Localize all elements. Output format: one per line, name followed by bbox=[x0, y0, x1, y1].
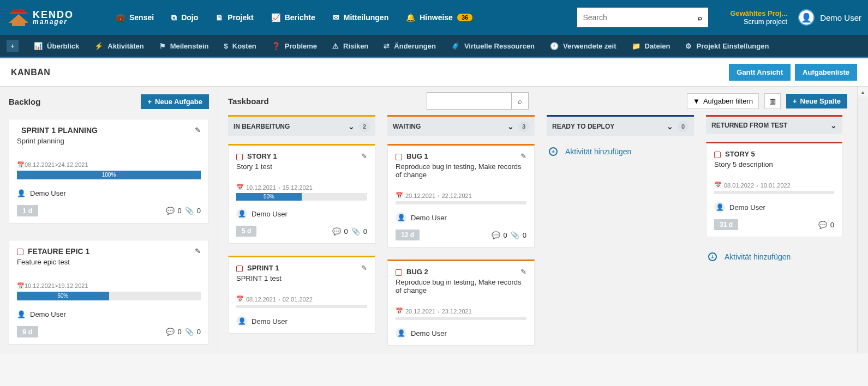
top-bar: KENDO manager 💼Sensei ⧉Dojo 🗎Projekt 📈Be… bbox=[0, 0, 868, 35]
calendar-icon: 📅 bbox=[236, 184, 244, 191]
subnav-zeit[interactable]: 🕘Verwendete zeit bbox=[550, 42, 616, 50]
assignee: 👤Demo User bbox=[236, 316, 367, 327]
attach-icon[interactable]: 📎 bbox=[185, 328, 194, 336]
comment-icon[interactable]: 💬 bbox=[492, 231, 500, 239]
edit-icon[interactable]: ✎ bbox=[361, 264, 367, 272]
nav-sensei[interactable]: 💼Sensei bbox=[116, 13, 154, 22]
status-checkbox-icon bbox=[714, 152, 721, 158]
column-header[interactable]: WAITING ⌄ 3 bbox=[387, 115, 535, 136]
task-card[interactable]: BUG 1✎ Reproduce bug in testing, Make re… bbox=[387, 144, 535, 248]
column-waiting: WAITING ⌄ 3 BUG 1✎ Reproduce bug in test… bbox=[387, 115, 535, 346]
subnav-anderungen[interactable]: ⇄Änderungen bbox=[384, 42, 436, 50]
subnav-aktivitaten[interactable]: ⚡Aktivitäten bbox=[94, 42, 143, 50]
search-input[interactable] bbox=[577, 13, 692, 22]
subnav-einstellungen[interactable]: ⚙Projekt Einstellungen bbox=[685, 42, 769, 50]
nav-hinweise[interactable]: 🔔Hinweise36 bbox=[406, 13, 472, 22]
column-header[interactable]: IN BEARBEITUNG ⌄ 2 bbox=[228, 115, 375, 136]
global-search[interactable]: ⌕ bbox=[577, 8, 708, 27]
comment-icon[interactable]: 💬 bbox=[166, 328, 175, 336]
edit-icon[interactable]: ✎ bbox=[520, 152, 526, 160]
task-card[interactable]: STORY 5 Story 5 description 📅08.01.2022 … bbox=[706, 142, 842, 237]
status-checkbox-icon bbox=[396, 269, 402, 276]
dollar-icon: $ bbox=[224, 42, 228, 50]
progress-bar: 50% bbox=[17, 292, 201, 300]
comment-icon[interactable]: 💬 bbox=[818, 221, 827, 229]
question-icon: ❓ bbox=[272, 42, 280, 50]
comment-icon[interactable]: 💬 bbox=[332, 227, 341, 236]
plus-circle-icon: + bbox=[708, 252, 717, 261]
progress-bar: 100% bbox=[17, 171, 201, 179]
status-checkbox-icon bbox=[236, 266, 243, 272]
assignee: 👤Demo User bbox=[396, 328, 526, 339]
nav-mitteilungen[interactable]: ✉Mitteilungen bbox=[333, 13, 388, 22]
subnav-risiken[interactable]: ⚠Risiken bbox=[332, 42, 368, 50]
card-title: SPRINT 1 bbox=[247, 264, 357, 272]
page-title: KANBAN bbox=[11, 68, 50, 77]
file-icon: 🗎 bbox=[215, 13, 223, 22]
briefcase-icon: 💼 bbox=[116, 13, 125, 22]
columns-icon-button[interactable]: ▥ bbox=[764, 93, 781, 109]
hinweise-badge: 36 bbox=[457, 14, 472, 21]
task-card[interactable]: SPRINT 1✎ SPRINT 1 test 📅08.12.2021 › 02… bbox=[228, 256, 375, 334]
edit-icon[interactable]: ✎ bbox=[361, 152, 367, 160]
chevron-down-icon[interactable]: ⌄ bbox=[507, 122, 514, 131]
nav-dojo[interactable]: ⧉Dojo bbox=[171, 13, 198, 22]
calendar-icon: 📅 bbox=[714, 182, 722, 189]
project-selector[interactable]: Gewähltes Proj... Scrum project bbox=[730, 9, 787, 26]
column-header[interactable]: READY TO DEPLOY ⌄ 0 bbox=[547, 115, 694, 136]
subnav-uberblick[interactable]: 📊Überblick bbox=[34, 42, 79, 50]
search-icon[interactable]: ⌕ bbox=[692, 14, 708, 22]
edit-icon[interactable]: ✎ bbox=[195, 126, 201, 135]
filter-tasks-button[interactable]: ▼Aufgaben filtern bbox=[687, 93, 759, 109]
chevron-down-icon[interactable]: ⌄ bbox=[667, 122, 673, 131]
days-badge: 12 d bbox=[396, 230, 420, 240]
plus-circle-icon: + bbox=[549, 147, 558, 156]
add-activity-link[interactable]: +Aktivität hinzufügen bbox=[706, 249, 842, 264]
scroll-up-icon[interactable]: ▴ bbox=[858, 87, 868, 96]
scrollbar[interactable]: ▴ bbox=[857, 87, 868, 353]
new-column-button[interactable]: +Neue Spalte bbox=[786, 94, 847, 108]
days-badge: 1 d bbox=[17, 205, 38, 216]
sub-nav: + 📊Überblick ⚡Aktivitäten ⚑Meilenstein $… bbox=[0, 35, 868, 57]
chart-icon: 📈 bbox=[271, 13, 280, 22]
add-activity-link[interactable]: +Aktivität hinzufügen bbox=[547, 144, 694, 159]
assignee: 👤Demo User bbox=[396, 212, 526, 223]
backlog-card[interactable]: FETAURE EPIC 1 ✎ Feature epic test 📅10.1… bbox=[9, 240, 209, 345]
edit-icon[interactable]: ✎ bbox=[520, 268, 526, 276]
subnav-add-button[interactable]: + bbox=[7, 40, 19, 52]
card-desc: Reproduce bug in testing, Make records o… bbox=[396, 278, 526, 294]
calendar-icon: 📅 bbox=[17, 282, 25, 289]
backlog-column: Backlog +Neue Aufgabe SPRINT 1 PLANNING … bbox=[0, 87, 218, 353]
subnav-dateien[interactable]: 📁Dateien bbox=[632, 42, 671, 50]
task-card[interactable]: STORY 1✎ Story 1 test 📅10.12.2021 › 15.1… bbox=[228, 144, 375, 244]
logo[interactable]: KENDO manager bbox=[7, 7, 105, 28]
avatar: 👤 bbox=[798, 9, 815, 26]
task-list-button[interactable]: Aufgabenliste bbox=[795, 64, 857, 81]
column-count: 0 bbox=[678, 121, 689, 132]
backlog-card[interactable]: SPRINT 1 PLANNING ✎ Sprint planning 📅08.… bbox=[9, 119, 209, 224]
calendar-icon: 📅 bbox=[17, 161, 25, 168]
attach-icon[interactable]: 📎 bbox=[511, 231, 519, 239]
subnav-ressourcen[interactable]: 🧳Virtuelle Ressourcen bbox=[451, 42, 535, 50]
taskboard-search[interactable]: ⌕ bbox=[427, 92, 529, 110]
attach-icon[interactable]: 📎 bbox=[351, 227, 360, 236]
comment-icon[interactable]: 💬 bbox=[166, 207, 175, 215]
subnav-kosten[interactable]: $Kosten bbox=[224, 42, 256, 50]
column-header[interactable]: RETURNED FROM TEST ⌄ bbox=[706, 115, 842, 134]
chevron-down-icon[interactable]: ⌄ bbox=[348, 122, 355, 131]
edit-icon[interactable]: ✎ bbox=[195, 247, 201, 256]
task-card[interactable]: BUG 2✎ Reproduce bug in testing, Make re… bbox=[387, 260, 535, 346]
search-icon[interactable]: ⌕ bbox=[511, 92, 529, 110]
nav-projekt[interactable]: 🗎Projekt bbox=[215, 13, 253, 22]
nav-berichte[interactable]: 📈Berichte bbox=[271, 13, 315, 22]
subnav-probleme[interactable]: ❓Probleme bbox=[272, 42, 317, 50]
new-task-button[interactable]: +Neue Aufgabe bbox=[141, 94, 209, 109]
user-menu[interactable]: 👤 Demo User bbox=[798, 9, 861, 26]
subnav-meilenstein[interactable]: ⚑Meilenstein bbox=[159, 42, 209, 50]
status-checkbox-icon bbox=[236, 154, 243, 160]
taskboard-search-input[interactable] bbox=[427, 92, 511, 110]
attach-icon[interactable]: 📎 bbox=[185, 207, 194, 215]
swap-icon: ⇄ bbox=[384, 42, 390, 50]
gantt-view-button[interactable]: Gantt Ansicht bbox=[729, 64, 791, 81]
chevron-down-icon[interactable]: ⌄ bbox=[830, 121, 837, 130]
